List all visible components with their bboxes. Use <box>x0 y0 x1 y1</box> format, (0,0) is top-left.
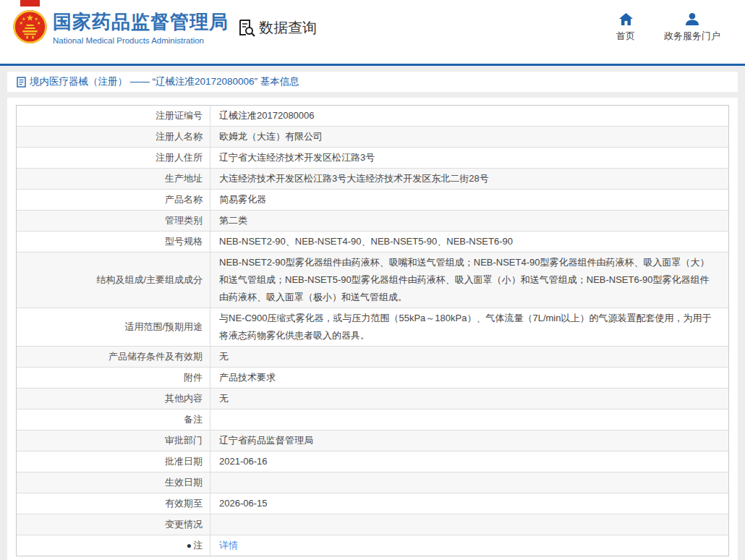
table-row: 产品名称简易雾化器 <box>17 190 728 211</box>
row-label-text: 注册人名称 <box>156 128 203 145</box>
row-value <box>210 514 728 535</box>
row-label: 产品名称 <box>17 190 210 210</box>
row-value-text: 产品技术要求 <box>219 369 276 386</box>
row-value: 辽宁省大连经济技术开发区松江路3号 <box>210 148 728 168</box>
table-row: ●注详情 <box>17 535 728 556</box>
row-value-text: 与NE-C900压缩式雾化器，或与压力范围（55kPa～180kPa）、气体流量… <box>219 310 718 344</box>
table-row: 其他内容无 <box>17 389 728 410</box>
row-label-text: 生效日期 <box>165 474 203 491</box>
row-value: 2021-06-16 <box>210 451 728 472</box>
nav-item-label: 首页 <box>616 30 635 43</box>
brand-title-zh: 国家药品监督管理局 <box>53 11 229 33</box>
detail-link[interactable]: 详情 <box>219 537 238 554</box>
row-value: 简易雾化器 <box>210 190 728 210</box>
row-label: ●注 <box>17 535 210 556</box>
row-label: 审批部门 <box>17 430 210 451</box>
row-value-text: 2021-06-16 <box>219 453 268 470</box>
row-value: 欧姆龙（大连）有限公司 <box>210 127 728 147</box>
top-nav: 首页 政务服务门户 <box>616 13 720 43</box>
header-divider <box>0 64 745 66</box>
row-label-text: 审批部门 <box>165 432 203 449</box>
note-icon: ● <box>187 537 192 554</box>
table-row: 审批部门辽宁省药品监督管理局 <box>17 430 728 451</box>
row-label: 批准日期 <box>17 451 210 472</box>
row-value: 辽宁省药品监督管理局 <box>210 430 728 451</box>
table-row: 管理类别第二类 <box>17 211 728 232</box>
row-label-text: 批准日期 <box>165 453 203 470</box>
row-label: 注册人住所 <box>17 148 210 168</box>
table-row: 生效日期 <box>17 472 728 493</box>
data-query-icon <box>237 18 256 38</box>
table-row: 变更情况 <box>17 514 728 535</box>
row-label-text: 适用范围/预期用途 <box>124 318 203 336</box>
row-value <box>210 472 728 493</box>
row-value-text: 大连经济技术开发区松江路3号大连经济技术开发区东北二街28号 <box>219 170 489 187</box>
home-icon <box>619 13 633 25</box>
row-label: 其他内容 <box>17 389 210 409</box>
row-label: 适用范围/预期用途 <box>17 308 210 346</box>
document-icon <box>17 77 26 88</box>
row-label-text: 结构及组成/主要组成成分 <box>96 271 203 289</box>
table-row: 结构及组成/主要组成成分NEB-NSET2-90型雾化器组件由药液杯、吸嘴和送气… <box>17 253 728 308</box>
row-value-text: 无 <box>219 390 229 407</box>
row-label-text: 管理类别 <box>165 212 203 229</box>
row-value-text: 第二类 <box>219 212 247 229</box>
row-value-text: 简易雾化器 <box>219 191 266 208</box>
table-row: 注册证编号辽械注准20172080006 <box>17 106 728 127</box>
row-value: 辽械注准20172080006 <box>210 106 728 126</box>
table-row: 注册人名称欧姆龙（大连）有限公司 <box>17 127 728 148</box>
row-value-text: NEB-NSET2-90、NEB-NSET4-90、NEB-NSET5-90、N… <box>219 233 513 250</box>
row-value <box>210 410 728 430</box>
row-label: 有效期至 <box>17 493 210 514</box>
row-label-text: 注册人住所 <box>156 149 203 166</box>
page-header: 国家药品监督管理局 National Medical Products Admi… <box>0 0 745 64</box>
row-label-text: 有效期至 <box>165 495 203 512</box>
table-row: 适用范围/预期用途与NE-C900压缩式雾化器，或与压力范围（55kPa～180… <box>17 308 728 347</box>
nav-item-gov-portal[interactable]: 政务服务门户 <box>664 13 720 43</box>
registration-detail-table: 注册证编号辽械注准20172080006注册人名称欧姆龙（大连）有限公司注册人住… <box>16 105 729 556</box>
table-row: 有效期至2026-06-15 <box>17 493 728 514</box>
row-value-text: 辽械注准20172080006 <box>219 107 315 124</box>
row-label: 结构及组成/主要组成成分 <box>17 253 210 307</box>
row-value: 2026-06-15 <box>210 493 728 514</box>
nav-item-home[interactable]: 首页 <box>616 13 635 43</box>
row-value-text: NEB-NSET2-90型雾化器组件由药液杯、吸嘴和送气管组成；NEB-NSET… <box>219 254 718 306</box>
row-label-text: 其他内容 <box>165 390 203 407</box>
national-emblem-logo <box>12 9 48 45</box>
row-label: 管理类别 <box>17 211 210 231</box>
content-panel: 注册证编号辽械注准20172080006注册人名称欧姆龙（大连）有限公司注册人住… <box>7 98 738 560</box>
table-row: 生产地址大连经济技术开发区松江路3号大连经济技术开发区东北二街28号 <box>17 169 728 190</box>
row-value: 第二类 <box>210 211 728 231</box>
row-value: NEB-NSET2-90型雾化器组件由药液杯、吸嘴和送气管组成；NEB-NSET… <box>210 253 728 307</box>
row-label: 变更情况 <box>17 514 210 535</box>
user-icon <box>686 13 699 25</box>
row-label-text: 备注 <box>184 411 203 428</box>
row-value-text: 欧姆龙（大连）有限公司 <box>219 128 323 145</box>
row-label: 注册证编号 <box>17 106 210 126</box>
row-value: 无 <box>210 347 728 367</box>
row-label-text: 产品储存条件及有效期 <box>108 348 203 365</box>
data-query-button[interactable]: 数据查询 <box>237 18 317 38</box>
row-label-text: 产品名称 <box>165 191 203 208</box>
nav-item-label: 政务服务门户 <box>664 30 720 43</box>
table-row: 备注 <box>17 410 728 430</box>
row-label: 附件 <box>17 368 210 388</box>
table-row: 产品储存条件及有效期无 <box>17 347 728 368</box>
row-label: 生效日期 <box>17 472 210 493</box>
brand-title-en: National Medical Products Administration <box>53 35 229 46</box>
row-value-text: 辽宁省大连经济技术开发区松江路3号 <box>219 149 375 166</box>
row-label: 备注 <box>17 410 210 430</box>
brand-block: 国家药品监督管理局 National Medical Products Admi… <box>53 11 229 46</box>
table-row: 注册人住所辽宁省大连经济技术开发区松江路3号 <box>17 148 728 169</box>
breadcrumb: 境内医疗器械（注册） —— “辽械注准20172080006” 基本信息 <box>30 75 299 88</box>
table-row: 型号规格NEB-NSET2-90、NEB-NSET4-90、NEB-NSET5-… <box>17 232 728 253</box>
row-label-text: 附件 <box>184 369 203 386</box>
data-query-label: 数据查询 <box>259 18 317 38</box>
row-value-text: 2026-06-15 <box>219 495 268 512</box>
row-value: 与NE-C900压缩式雾化器，或与压力范围（55kPa～180kPa）、气体流量… <box>210 308 728 346</box>
row-label-text: 型号规格 <box>165 233 203 250</box>
red-banner <box>20 0 40 7</box>
breadcrumb-bar: 境内医疗器械（注册） —— “辽械注准20172080006” 基本信息 <box>7 72 738 92</box>
row-label: 型号规格 <box>17 232 210 252</box>
row-label-text: 注 <box>193 537 203 554</box>
